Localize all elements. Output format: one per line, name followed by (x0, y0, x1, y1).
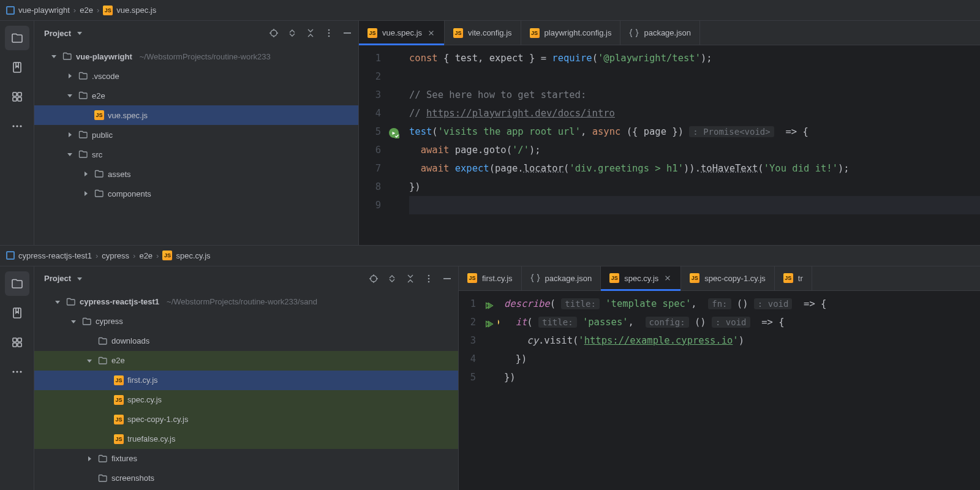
editor-tab[interactable]: package.json (522, 266, 601, 290)
options-icon[interactable] (424, 274, 434, 284)
folder-icon (62, 51, 72, 61)
chevron-down-icon (69, 317, 78, 326)
locate-icon[interactable] (269, 28, 279, 38)
chevron-right-icon (81, 169, 91, 179)
project-tool-button[interactable] (5, 26, 29, 50)
chevron-right-icon: › (156, 251, 159, 260)
tree-item-hint: ~/WebstormProjects/routine-work233/sand (167, 297, 317, 306)
bookmarks-tool-button[interactable] (5, 55, 29, 80)
collapse-all-icon[interactable] (306, 28, 315, 38)
breadcrumb-item[interactable]: e2e (139, 251, 153, 260)
project-tree[interactable]: cypress-reactjs-test1~/WebstormProjects/… (34, 291, 458, 491)
project-tool-button[interactable] (5, 271, 29, 296)
breadcrumb-item[interactable]: cypress (102, 251, 129, 260)
more-tool-button[interactable] (5, 114, 29, 138)
structure-tool-button[interactable] (5, 85, 29, 109)
tree-item[interactable]: JSspec-copy-1.cy.js (34, 410, 458, 429)
more-tool-button[interactable] (5, 360, 29, 384)
tree-item-label: spec.cy.js (127, 395, 162, 404)
run-test-icon[interactable] (483, 317, 494, 328)
chevron-down-icon (65, 149, 75, 159)
hide-panel-icon[interactable] (442, 274, 452, 284)
tree-item-label: components (108, 189, 151, 198)
breadcrumb-item[interactable]: vue-playwright (18, 6, 70, 15)
js-file-icon: JS (783, 273, 793, 283)
project-dropdown[interactable]: Project (44, 274, 85, 284)
tree-item[interactable]: vue-playwright~/WebstormProjects/routine… (34, 47, 358, 66)
editor-tab[interactable]: package.json (620, 21, 700, 45)
chevron-down-icon (85, 356, 94, 366)
close-icon[interactable] (663, 274, 672, 282)
tree-item[interactable]: src (34, 145, 358, 164)
breadcrumb-item[interactable]: cypress-reactjs-test1 (18, 251, 92, 260)
folder-icon (78, 149, 88, 159)
chevron-right-icon: › (133, 251, 135, 260)
tab-label: first.cy.js (482, 274, 513, 283)
run-test-icon[interactable] (388, 126, 399, 137)
chevron-down-icon (65, 91, 75, 100)
tree-item[interactable]: public (34, 125, 358, 145)
gutter[interactable]: 123456789 (359, 45, 403, 245)
editor-tab[interactable]: JSvite.config.js (445, 21, 521, 45)
json-file-icon (629, 28, 639, 38)
expand-all-icon[interactable] (387, 274, 397, 284)
tree-item[interactable]: downloads (34, 331, 458, 351)
tree-item-label: cypress (96, 317, 123, 326)
tree-item[interactable]: JSvue.spec.js (34, 105, 358, 125)
tree-item[interactable]: e2e (34, 351, 458, 371)
editor-tab[interactable]: JStr (775, 266, 812, 290)
options-icon[interactable] (324, 28, 334, 38)
app-icon (6, 6, 15, 15)
locate-icon[interactable] (369, 274, 379, 284)
tree-item-label: .vscode (92, 72, 119, 81)
run-test-icon[interactable] (483, 298, 494, 309)
activity-bar (0, 266, 34, 491)
collapse-all-icon[interactable] (405, 274, 415, 284)
app-icon (6, 251, 15, 260)
tree-item[interactable]: e2e (34, 86, 358, 105)
project-dropdown[interactable]: Project (44, 28, 85, 38)
code-editor[interactable]: const { test, expect } = require('@playw… (403, 45, 980, 245)
tree-item[interactable]: fixtures (34, 449, 458, 469)
js-file-icon: JS (368, 28, 377, 38)
tree-item-label: vue.spec.js (108, 111, 148, 120)
editor-tab[interactable]: JSspec.cy.js (601, 266, 681, 290)
editor-tab[interactable]: JSvue.spec.js (359, 21, 445, 45)
code-editor[interactable]: describe( title: 'template spec', fn: ()… (498, 291, 980, 491)
js-file-icon: JS (114, 434, 124, 444)
editor-tabs: JSfirst.cy.jspackage.jsonJSspec.cy.jsJSs… (459, 266, 980, 291)
tab-label: spec.cy.js (624, 274, 658, 283)
tree-item[interactable]: screenshots (34, 469, 458, 488)
hide-panel-icon[interactable] (342, 28, 352, 38)
tree-item-label: e2e (111, 356, 125, 365)
tree-item[interactable]: components (34, 184, 358, 203)
bookmarks-tool-button[interactable] (5, 301, 29, 325)
gutter[interactable]: 12345 (459, 291, 498, 491)
structure-tool-button[interactable] (5, 330, 29, 355)
tree-item[interactable]: .vscode (34, 66, 358, 86)
chevron-right-icon: › (96, 251, 98, 260)
chevron-down-icon (49, 51, 59, 61)
tree-item[interactable]: cypress (34, 312, 458, 331)
expand-all-icon[interactable] (287, 28, 297, 38)
breadcrumb-item[interactable]: e2e (80, 6, 93, 15)
tab-label: package.json (545, 274, 592, 283)
editor-tab[interactable]: JSfirst.cy.js (459, 266, 522, 290)
project-tree[interactable]: vue-playwright~/WebstormProjects/routine… (34, 45, 358, 245)
folder-icon (78, 130, 88, 140)
folder-icon (66, 297, 76, 307)
intention-bulb-icon[interactable] (498, 316, 502, 334)
tree-item[interactable]: JStruefalse.cy.js (34, 429, 458, 449)
editor-tab[interactable]: JSspec-copy-1.cy.js (681, 266, 774, 290)
tree-item[interactable]: cypress-reactjs-test1~/WebstormProjects/… (34, 292, 458, 312)
activity-bar (0, 21, 34, 245)
tree-item[interactable]: JSfirst.cy.js (34, 371, 458, 390)
close-icon[interactable] (427, 29, 435, 37)
tree-item[interactable]: JSspec.cy.js (34, 390, 458, 410)
editor-tab[interactable]: JSplaywright.config.js (521, 21, 621, 45)
breadcrumb-item[interactable]: JS spec.cy.js (162, 251, 210, 260)
js-file-icon: JS (103, 6, 113, 15)
tree-item[interactable]: assets (34, 164, 358, 184)
folder-icon (94, 169, 104, 179)
breadcrumb-item[interactable]: JS vue.spec.js (103, 6, 156, 15)
